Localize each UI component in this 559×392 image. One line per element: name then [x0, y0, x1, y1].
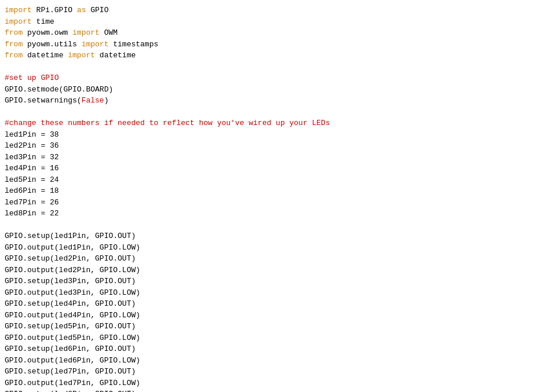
code-token: pyowm.owm	[23, 28, 72, 37]
code-line: GPIO.output(led3Pin, GPIO.LOW)	[5, 287, 554, 299]
code-line: GPIO.setup(led5Pin, GPIO.OUT)	[5, 321, 554, 332]
code-line: led5Pin = 24	[5, 174, 554, 186]
code-token: import	[5, 6, 32, 14]
code-token: OWM	[100, 28, 118, 37]
code-token: GPIO.setup(led4Pin, GPIO.OUT)	[5, 299, 136, 308]
code-token: GPIO.setup(led6Pin, GPIO.OUT)	[5, 345, 136, 353]
code-token: GPIO.setup(led5Pin, GPIO.OUT)	[5, 322, 136, 331]
code-token: GPIO.output(led3Pin, GPIO.LOW)	[5, 288, 140, 297]
code-token: from	[5, 51, 23, 60]
code-token: False	[82, 96, 104, 105]
code-line: from datetime import datetime	[5, 50, 554, 61]
code-line	[5, 219, 554, 231]
code-line: GPIO.setup(led2Pin, GPIO.OUT)	[5, 253, 554, 265]
code-line: GPIO.output(led1Pin, GPIO.LOW)	[5, 242, 554, 254]
code-token: import	[68, 51, 95, 60]
code-token: GPIO.output(led7Pin, GPIO.LOW)	[5, 379, 140, 387]
code-block: import RPi.GPIO as GPIOimport timefrom p…	[5, 5, 554, 392]
code-token: pyowm.utils	[23, 40, 81, 49]
code-line: #set up GPIO	[5, 72, 554, 84]
code-token: led7Pin = 26	[5, 198, 59, 207]
code-token: GPIO.output(led4Pin, GPIO.LOW)	[5, 311, 140, 320]
code-line: GPIO.setup(led7Pin, GPIO.OUT)	[5, 366, 554, 378]
code-line: GPIO.setup(led3Pin, GPIO.OUT)	[5, 276, 554, 287]
code-line: led6Pin = 18	[5, 185, 554, 197]
code-token: led2Pin = 36	[5, 141, 59, 150]
code-token: import	[72, 28, 100, 37]
code-line: led7Pin = 26	[5, 197, 554, 208]
code-token: datetime	[95, 51, 136, 60]
code-line: led3Pin = 32	[5, 152, 554, 163]
code-token: GPIO.setup(led1Pin, GPIO.OUT)	[5, 232, 136, 240]
code-token: led5Pin = 24	[5, 175, 59, 184]
code-token: GPIO.output(led2Pin, GPIO.LOW)	[5, 266, 140, 274]
code-token: led8Pin = 22	[5, 209, 59, 218]
code-line: #change these numbers if needed to refle…	[5, 118, 554, 129]
code-token: GPIO.setmode(GPIO.BOARD)	[5, 85, 113, 94]
code-token: from	[5, 28, 23, 37]
code-line: GPIO.setwarnings(False)	[5, 95, 554, 107]
code-line: GPIO.output(led5Pin, GPIO.LOW)	[5, 332, 554, 344]
code-line: led4Pin = 16	[5, 163, 554, 174]
code-token: )	[104, 96, 109, 105]
code-token: import	[5, 17, 32, 26]
code-token: #change these numbers if needed to refle…	[5, 119, 330, 127]
code-line: led2Pin = 36	[5, 140, 554, 152]
code-token: led1Pin = 38	[5, 130, 59, 139]
code-token: GPIO.setwarnings(	[5, 96, 82, 105]
code-line: from pyowm.utils import timestamps	[5, 39, 554, 50]
code-line: GPIO.output(led6Pin, GPIO.LOW)	[5, 355, 554, 367]
code-line: GPIO.setmode(GPIO.BOARD)	[5, 84, 554, 96]
code-token: GPIO.output(led1Pin, GPIO.LOW)	[5, 243, 140, 252]
code-token: led4Pin = 16	[5, 164, 59, 173]
code-line: import time	[5, 16, 554, 28]
code-token: GPIO	[86, 6, 108, 14]
code-line: GPIO.setup(led4Pin, GPIO.OUT)	[5, 298, 554, 310]
code-line: GPIO.setup(led8Pin, GPIO.OUT)	[5, 389, 554, 392]
code-line: GPIO.output(led4Pin, GPIO.LOW)	[5, 310, 554, 321]
code-token: GPIO.setup(led2Pin, GPIO.OUT)	[5, 254, 136, 263]
code-line: import RPi.GPIO as GPIO	[5, 5, 554, 16]
code-token: GPIO.setup(led8Pin, GPIO.OUT)	[5, 390, 136, 392]
code-token: import	[82, 40, 109, 49]
code-line: GPIO.setup(led6Pin, GPIO.OUT)	[5, 343, 554, 355]
code-token: RPi.GPIO	[32, 6, 77, 14]
code-line: GPIO.output(led7Pin, GPIO.LOW)	[5, 378, 554, 389]
code-line: GPIO.setup(led1Pin, GPIO.OUT)	[5, 230, 554, 242]
code-token: as	[77, 6, 86, 14]
code-token: timestamps	[108, 40, 158, 49]
code-token: #set up GPIO	[5, 74, 59, 82]
code-line: led1Pin = 38	[5, 129, 554, 141]
code-line: from pyowm.owm import OWM	[5, 27, 554, 39]
code-token: time	[32, 17, 54, 26]
code-token: led6Pin = 18	[5, 186, 59, 195]
code-line: GPIO.output(led2Pin, GPIO.LOW)	[5, 265, 554, 276]
code-line: led8Pin = 22	[5, 208, 554, 219]
code-line	[5, 107, 554, 118]
code-token: datetime	[23, 51, 68, 60]
code-token: GPIO.setup(led7Pin, GPIO.OUT)	[5, 367, 136, 376]
code-line	[5, 61, 554, 73]
code-token: GPIO.output(led6Pin, GPIO.LOW)	[5, 356, 140, 365]
code-token: from	[5, 40, 23, 49]
code-token: led3Pin = 32	[5, 153, 59, 162]
code-token: GPIO.output(led5Pin, GPIO.LOW)	[5, 334, 140, 342]
code-token: GPIO.setup(led3Pin, GPIO.OUT)	[5, 277, 136, 285]
